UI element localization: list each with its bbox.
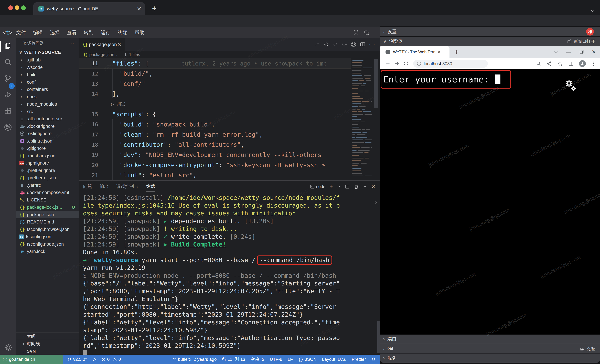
reload-icon[interactable] [403, 61, 409, 66]
tree-item-.npmignore[interactable]: npm.npmignore [16, 159, 79, 167]
sync-icon[interactable] [92, 357, 96, 362]
problems-status[interactable]: 0 0 [101, 357, 121, 362]
menu-4[interactable]: 转到 [80, 29, 97, 36]
tree-item-.yarnrc[interactable]: ≡.yarnrc [16, 182, 79, 189]
terminal-scrollbar-thumb[interactable] [377, 321, 380, 353]
close-window-button[interactable] [8, 5, 13, 10]
breadcrumb[interactable]: {} package.json › [ ] files [79, 51, 380, 58]
encoding[interactable]: UTF-8 [270, 357, 282, 362]
breadcrumb-node[interactable]: files [132, 52, 140, 57]
minimap[interactable] [351, 58, 372, 180]
profile-icon[interactable] [579, 60, 586, 67]
code-line-17[interactable]: 17 "clean": "rm -rf build yarn-error.log… [79, 130, 380, 140]
tree-item-containers[interactable]: ›containers [16, 86, 79, 93]
close-tab-icon[interactable]: ✕ [117, 41, 122, 47]
tree-item-.gitignore[interactable]: .gitignore [16, 145, 79, 152]
shell-selector[interactable]: node [310, 184, 325, 189]
tree-item-.dockerignore[interactable]: .dockerignore [16, 123, 79, 130]
split-editor-icon[interactable] [360, 41, 366, 47]
chevron-down-icon[interactable] [553, 49, 559, 55]
wetty-tab[interactable]: WeTTY - The Web Terminal ✕ [380, 46, 450, 58]
blame-status[interactable]: butlerx, 2 years ago [172, 357, 216, 362]
code-line-18[interactable]: 18 "contributor": "all-contributors", [79, 140, 380, 150]
close-panel-icon[interactable]: ✕ [371, 184, 375, 190]
editor-scrollbar[interactable] [372, 58, 380, 180]
clone-button[interactable]: 克隆 [580, 346, 595, 352]
run-debug-icon[interactable] [4, 91, 12, 99]
codelens-debug[interactable]: ▷ 调试 [79, 99, 380, 109]
chevron-down-icon[interactable] [590, 8, 596, 14]
scrollbar-thumb[interactable] [374, 59, 378, 108]
tree-item-LICENSE[interactable]: LICENSE [16, 196, 79, 204]
tree-root[interactable]: ∨ WETTY-SOURCE [16, 48, 79, 56]
tree-item-.mocharc.json[interactable]: {}.mocharc.json [16, 152, 79, 160]
menu-5[interactable]: 运行 [97, 29, 114, 36]
tree-item-tsconfig.browser.json[interactable]: {}tsconfig.browser.json [16, 226, 79, 233]
code-line-15[interactable]: 15 "scripts": { [79, 109, 380, 119]
tree-item-README.md[interactable]: README.md [16, 218, 79, 226]
cursor-position[interactable]: 行 11, 列 13 [222, 356, 245, 362]
restore-icon[interactable] [579, 50, 584, 54]
sidebar-section-0[interactable]: ›大纲 [16, 332, 79, 340]
minimize-window-button[interactable] [15, 5, 19, 10]
tree-item-node_modules[interactable]: ›node_modules [16, 101, 79, 108]
sidebar-section-1[interactable]: ›时间线 [16, 340, 79, 347]
close-icon[interactable]: ✕ [592, 49, 596, 55]
language-mode[interactable]: {}JSON [298, 357, 317, 362]
wetty-terminal[interactable]: Enter your username: [380, 69, 600, 335]
menu-2[interactable]: 选择 [47, 29, 63, 36]
new-tab-button[interactable]: + [455, 48, 459, 56]
circled-branch-icon[interactable] [351, 41, 356, 47]
maximize-window-button[interactable] [21, 5, 26, 10]
panel-tab-2[interactable]: 调试控制台 [116, 184, 138, 189]
panel-tab-3[interactable]: 终端 [146, 184, 155, 189]
tree-item-.vscode[interactable]: ›.vscode [16, 64, 79, 71]
chevron-down-icon[interactable] [337, 185, 341, 189]
menu-7[interactable]: 帮助 [131, 29, 148, 36]
code-line-20[interactable]: 20 "docker-compose-entrypoint": "ssh-key… [79, 160, 380, 170]
tree-item-.all-contributorsrc[interactable]: ≡.all-contributorsrc [16, 115, 79, 123]
panel-tab-1[interactable]: 输出 [100, 184, 109, 189]
more-actions-icon[interactable]: ··· [369, 41, 375, 47]
bookmark-star-icon[interactable] [557, 61, 563, 66]
open-new-window-button[interactable]: 新窗口打开 [567, 39, 595, 44]
zoom-icon[interactable] [536, 61, 541, 66]
section-services[interactable]: › 服务 [380, 354, 600, 363]
code-line-16[interactable]: 16 "build": "snowpack build", [79, 119, 380, 130]
menu-6[interactable]: 终端 [114, 29, 131, 36]
circle-icon[interactable] [332, 41, 338, 47]
editor-tab-package-json[interactable]: {} package.json ✕ [79, 38, 125, 51]
tree-item-.eslintignore[interactable]: .eslintignore [16, 130, 79, 138]
tree-item-package.json[interactable]: {}package.json [16, 211, 79, 219]
new-tab-button[interactable]: + [152, 4, 157, 13]
eol[interactable]: LF [288, 357, 293, 362]
extensions-icon[interactable] [4, 107, 12, 115]
tree-item-.prettierrc.json[interactable]: {}.prettierrc.json [16, 174, 79, 182]
chevron-up-icon[interactable] [363, 185, 367, 189]
terminal-output[interactable]: [21:24:58] [esinstall] /home/ide/workspa… [83, 194, 374, 355]
more-actions-icon[interactable]: ··· [68, 40, 74, 46]
browser-tab[interactable]: ‹› wetty-source - CloudIDE ✕ [33, 2, 145, 15]
code-line-19[interactable]: 19 "dev": "NODE_ENV=development concurre… [79, 150, 380, 160]
source-control-icon[interactable] [4, 74, 12, 83]
tree-item-.eslintrc.json[interactable]: .eslintrc.json [16, 138, 79, 145]
tree-item-yarn.lock[interactable]: yarn.lock [16, 248, 79, 255]
discard-circle-icon[interactable] [323, 41, 329, 47]
close-tab-icon[interactable]: ✕ [137, 6, 141, 12]
split-terminal-icon[interactable] [345, 184, 350, 189]
indentation[interactable]: 空格: 2 [251, 356, 264, 362]
tree-item-.prettierignore[interactable]: .prettierignore [16, 167, 79, 174]
close-tab-icon[interactable]: ✕ [437, 49, 441, 55]
code-line-12[interactable]: 12 "build/", [79, 69, 380, 79]
code-line-13[interactable]: 13 "conf/" [79, 79, 380, 89]
url-bar[interactable]: localhost:8080 [413, 60, 488, 68]
kebab-menu-icon[interactable] [591, 61, 597, 66]
svn-circled-branch-icon[interactable] [4, 123, 12, 131]
code-line-11[interactable]: 11 "files": [butlerx, 2 years ago • use … [79, 58, 380, 69]
section-ports[interactable]: › 端口 [380, 335, 600, 344]
code-editor[interactable]: 11 "files": [butlerx, 2 years ago • use … [79, 58, 380, 180]
circle-right-icon[interactable] [341, 41, 347, 47]
section-browser[interactable]: ∨ 浏览器 新窗口打开 [380, 37, 600, 46]
info-icon[interactable] [417, 61, 422, 66]
share-icon[interactable] [546, 61, 552, 66]
